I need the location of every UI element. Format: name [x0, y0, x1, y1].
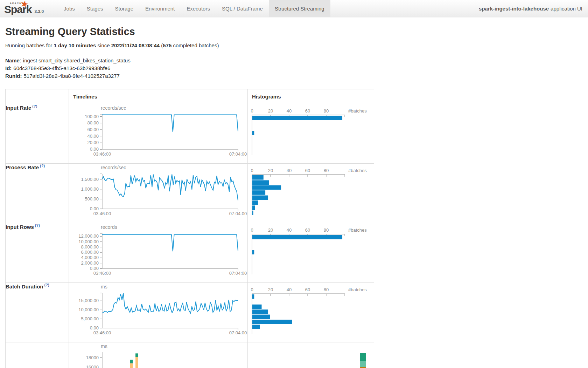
tab-jobs[interactable]: Jobs	[58, 0, 81, 17]
svg-text:0.00: 0.00	[90, 146, 99, 152]
svg-text:10,000.00: 10,000.00	[78, 239, 99, 244]
tab-sql-dataframe[interactable]: SQL / DataFrame	[216, 0, 269, 17]
svg-text:60: 60	[305, 108, 310, 114]
input-rate-label: Input Rate(?)	[6, 104, 69, 164]
svg-text:60: 60	[305, 168, 310, 173]
svg-text:0: 0	[251, 227, 253, 233]
table-row: Process Rate(?) records/sec0.00500.001,0…	[6, 164, 374, 223]
id-label: Id:	[5, 65, 12, 71]
table-row: Input Rate(?) records/sec0.0020.0040.006…	[6, 104, 374, 164]
header-histograms: Histograms	[248, 89, 374, 104]
running-since: 2022/11/24 08:08:44	[111, 42, 160, 48]
svg-text:16000: 16000	[86, 364, 99, 368]
svg-text:0.00: 0.00	[90, 325, 99, 330]
header-empty	[6, 89, 69, 104]
tab-storage[interactable]: Storage	[109, 0, 139, 17]
svg-text:03:46:00: 03:46:00	[93, 211, 111, 216]
svg-text:80: 80	[324, 108, 329, 114]
header-timelines: Timelines	[69, 89, 248, 104]
svg-text:40: 40	[287, 287, 292, 292]
svg-text:07:04:00: 07:04:00	[229, 271, 247, 276]
svg-text:0: 0	[251, 168, 253, 173]
running-duration: 1 day 10 minutes	[54, 42, 96, 48]
operation-duration-histogram-chart	[248, 342, 374, 368]
input-rows-help-icon[interactable]: (?)	[35, 223, 40, 227]
input-rows-timeline-chart: records0.002,000.004,000.006,000.008,000…	[69, 223, 247, 282]
svg-text:1,500.00: 1,500.00	[81, 177, 99, 182]
svg-text:0.00: 0.00	[90, 266, 99, 271]
svg-text:12,000.00: 12,000.00	[78, 233, 99, 239]
svg-text:20: 20	[268, 227, 273, 233]
table-row: Batch Duration(?) ms0.005,000.0010,000.0…	[6, 283, 374, 342]
svg-text:100.00: 100.00	[85, 114, 99, 119]
svg-text:40.00: 40.00	[87, 134, 99, 139]
batch-duration-label: Batch Duration(?)	[6, 283, 69, 342]
query-name-line: Name:ingest smart_city shared_bikes_stat…	[5, 57, 583, 64]
process-rate-help-icon[interactable]: (?)	[40, 164, 45, 168]
tab-structured-streaming[interactable]: Structured Streaming	[269, 0, 330, 17]
process-rate-label: Process Rate(?)	[6, 164, 69, 223]
running-batches-line: Running batches for 1 day 10 minutes sin…	[5, 42, 583, 48]
input-rows-histogram-chart: 020406080#batches	[248, 223, 374, 282]
svg-text:60: 60	[305, 287, 310, 292]
svg-text:ms: ms	[101, 343, 107, 349]
table-row: ms180001600014000	[6, 342, 374, 368]
id-value: 60dc3768-85e3-4fb5-a13c-63b29938bfe6	[13, 65, 110, 71]
page-title: Streaming Query Statistics	[5, 26, 583, 38]
tab-executors[interactable]: Executors	[181, 0, 216, 17]
svg-text:18000: 18000	[86, 355, 99, 360]
svg-text:#batches: #batches	[348, 168, 367, 173]
svg-text:2,000.00: 2,000.00	[81, 260, 99, 266]
tab-environment[interactable]: Environment	[139, 0, 181, 17]
batch-duration-histogram-chart: 020406080#batches	[248, 283, 374, 342]
query-id-line: Id:60dc3768-85e3-4fb5-a13c-63b29938bfe6	[5, 64, 583, 72]
svg-text:ms: ms	[101, 284, 107, 289]
svg-text:4,000.00: 4,000.00	[81, 255, 99, 260]
name-value: ingest smart_city shared_bikes_station_s…	[23, 57, 131, 63]
svg-text:80: 80	[324, 227, 329, 233]
svg-text:20: 20	[268, 168, 273, 173]
svg-text:80.00: 80.00	[87, 120, 99, 125]
input-rate-help-icon[interactable]: (?)	[32, 104, 37, 108]
svg-text:5,000.00: 5,000.00	[81, 316, 99, 321]
svg-text:records/sec: records/sec	[101, 165, 126, 170]
tab-stages[interactable]: Stages	[81, 0, 109, 17]
svg-text:40: 40	[287, 108, 292, 114]
statistics-table: Timelines Histograms Input Rate(?) recor…	[5, 89, 374, 368]
top-navbar: APACHE Spark ★ 3.3.0 Jobs Stages Storage…	[0, 0, 588, 17]
svg-text:40: 40	[287, 227, 292, 233]
svg-text:6,000.00: 6,000.00	[81, 250, 99, 255]
svg-text:07:04:00: 07:04:00	[229, 211, 247, 216]
svg-text:0.00: 0.00	[90, 206, 99, 211]
svg-text:03:46:00: 03:46:00	[93, 151, 111, 157]
svg-text:500.00: 500.00	[85, 196, 99, 202]
input-rate-histogram-chart: 020406080#batches	[248, 104, 374, 163]
application-suffix: application UI	[551, 6, 582, 12]
svg-text:records/sec: records/sec	[101, 105, 126, 111]
svg-text:03:46:00: 03:46:00	[93, 330, 111, 335]
batch-duration-timeline-chart: ms0.005,000.0010,000.0015,000.0003:46:00…	[69, 283, 247, 342]
svg-text:60: 60	[305, 227, 310, 233]
svg-text:80: 80	[324, 287, 329, 292]
svg-text:07:04:00: 07:04:00	[229, 151, 247, 157]
svg-text:80: 80	[324, 168, 329, 173]
operation-duration-label	[6, 342, 69, 368]
svg-text:#batches: #batches	[348, 287, 367, 292]
svg-text:10,000.00: 10,000.00	[78, 307, 99, 312]
name-label: Name:	[5, 57, 21, 63]
svg-text:20: 20	[268, 108, 273, 114]
batch-duration-help-icon[interactable]: (?)	[44, 283, 49, 287]
process-rate-timeline-chart: records/sec0.00500.001,000.001,500.0003:…	[69, 164, 247, 223]
svg-text:records: records	[101, 224, 117, 230]
spark-version: 3.3.0	[34, 9, 44, 15]
nav-tabs: Jobs Stages Storage Environment Executor…	[58, 0, 330, 17]
process-rate-histogram-chart: 020406080#batches	[248, 164, 374, 223]
svg-text:8,000.00: 8,000.00	[81, 244, 99, 250]
svg-text:#batches: #batches	[348, 227, 367, 233]
input-rate-timeline-chart: records/sec0.0020.0040.0060.0080.00100.0…	[69, 104, 247, 163]
svg-text:03:46:00: 03:46:00	[93, 271, 111, 276]
svg-text:40: 40	[287, 168, 292, 173]
svg-text:15,000.00: 15,000.00	[78, 298, 99, 303]
application-name: spark-ingest-into-lakehouse	[479, 6, 549, 12]
svg-text:#batches: #batches	[348, 108, 367, 114]
